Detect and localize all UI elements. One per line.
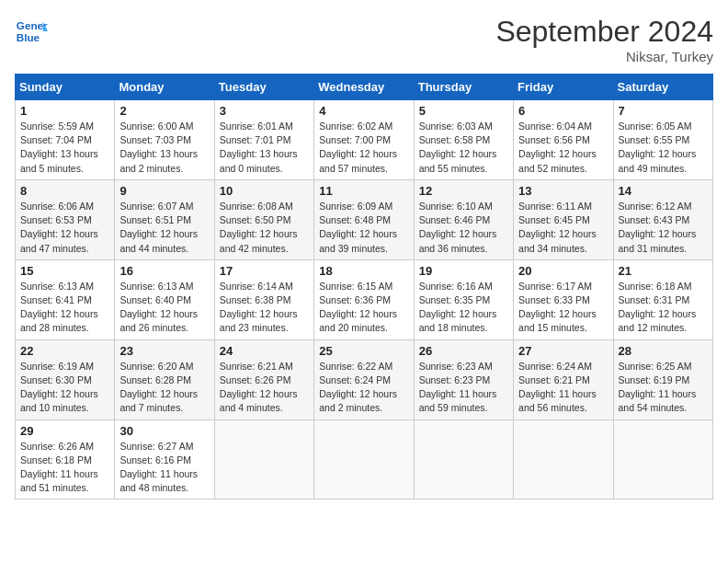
page-header: General Blue September 2024 Niksar, Turk… — [15, 15, 713, 64]
calendar-cell — [514, 419, 613, 500]
day-info: Sunrise: 6:19 AM Sunset: 6:30 PM Dayligh… — [20, 360, 109, 416]
day-number: 12 — [419, 184, 508, 198]
calendar-cell: 9Sunrise: 6:07 AM Sunset: 6:51 PM Daylig… — [115, 179, 214, 259]
day-info: Sunrise: 6:02 AM Sunset: 7:00 PM Dayligh… — [319, 120, 408, 176]
calendar-body: 1Sunrise: 5:59 AM Sunset: 7:04 PM Daylig… — [16, 100, 713, 500]
calendar-cell: 15Sunrise: 6:13 AM Sunset: 6:41 PM Dayli… — [16, 259, 115, 339]
logo-icon: General Blue — [15, 15, 48, 48]
day-info: Sunrise: 6:04 AM Sunset: 6:56 PM Dayligh… — [518, 120, 608, 176]
day-info: Sunrise: 6:11 AM Sunset: 6:45 PM Dayligh… — [518, 200, 608, 256]
calendar-cell: 11Sunrise: 6:09 AM Sunset: 6:48 PM Dayli… — [314, 179, 414, 259]
calendar-week-3: 15Sunrise: 6:13 AM Sunset: 6:41 PM Dayli… — [16, 259, 713, 339]
day-number: 6 — [518, 104, 608, 118]
day-info: Sunrise: 6:01 AM Sunset: 7:01 PM Dayligh… — [220, 120, 309, 176]
day-number: 21 — [619, 264, 708, 278]
calendar-cell: 21Sunrise: 6:18 AM Sunset: 6:31 PM Dayli… — [613, 259, 712, 339]
weekday-monday: Monday — [115, 75, 214, 100]
day-number: 26 — [419, 344, 508, 358]
day-info: Sunrise: 6:13 AM Sunset: 6:41 PM Dayligh… — [20, 280, 109, 336]
day-number: 10 — [220, 184, 309, 198]
calendar-cell: 17Sunrise: 6:14 AM Sunset: 6:38 PM Dayli… — [214, 259, 313, 339]
calendar-cell: 19Sunrise: 6:16 AM Sunset: 6:35 PM Dayli… — [414, 259, 513, 339]
weekday-header-row: SundayMondayTuesdayWednesdayThursdayFrid… — [16, 75, 713, 100]
day-number: 22 — [20, 344, 109, 358]
day-info: Sunrise: 6:21 AM Sunset: 6:26 PM Dayligh… — [220, 360, 309, 416]
calendar-cell: 22Sunrise: 6:19 AM Sunset: 6:30 PM Dayli… — [16, 339, 115, 419]
day-number: 19 — [419, 264, 508, 278]
day-info: Sunrise: 6:23 AM Sunset: 6:23 PM Dayligh… — [419, 360, 508, 416]
calendar-cell: 26Sunrise: 6:23 AM Sunset: 6:23 PM Dayli… — [414, 339, 513, 419]
calendar-cell: 13Sunrise: 6:11 AM Sunset: 6:45 PM Dayli… — [514, 179, 613, 259]
day-info: Sunrise: 6:07 AM Sunset: 6:51 PM Dayligh… — [119, 200, 209, 256]
calendar-cell: 6Sunrise: 6:04 AM Sunset: 6:56 PM Daylig… — [514, 100, 613, 180]
day-info: Sunrise: 6:26 AM Sunset: 6:18 PM Dayligh… — [20, 440, 109, 496]
calendar-cell: 4Sunrise: 6:02 AM Sunset: 7:00 PM Daylig… — [314, 100, 414, 180]
day-number: 5 — [419, 104, 508, 118]
calendar-cell: 2Sunrise: 6:00 AM Sunset: 7:03 PM Daylig… — [115, 100, 214, 180]
day-number: 25 — [319, 344, 408, 358]
day-info: Sunrise: 6:09 AM Sunset: 6:48 PM Dayligh… — [319, 200, 408, 256]
logo: General Blue — [15, 15, 48, 48]
calendar-cell — [613, 419, 712, 500]
calendar-cell: 3Sunrise: 6:01 AM Sunset: 7:01 PM Daylig… — [214, 100, 313, 180]
day-number: 7 — [619, 104, 708, 118]
calendar-cell: 29Sunrise: 6:26 AM Sunset: 6:18 PM Dayli… — [16, 419, 115, 500]
calendar-week-5: 29Sunrise: 6:26 AM Sunset: 6:18 PM Dayli… — [16, 419, 713, 500]
calendar-table: SundayMondayTuesdayWednesdayThursdayFrid… — [15, 74, 713, 500]
day-info: Sunrise: 5:59 AM Sunset: 7:04 PM Dayligh… — [20, 120, 109, 176]
day-number: 13 — [518, 184, 608, 198]
day-info: Sunrise: 6:16 AM Sunset: 6:35 PM Dayligh… — [419, 280, 508, 336]
calendar-cell: 25Sunrise: 6:22 AM Sunset: 6:24 PM Dayli… — [314, 339, 414, 419]
location-label: Niksar, Turkey — [495, 49, 713, 64]
weekday-thursday: Thursday — [414, 75, 513, 100]
day-info: Sunrise: 6:22 AM Sunset: 6:24 PM Dayligh… — [319, 360, 408, 416]
calendar-cell: 16Sunrise: 6:13 AM Sunset: 6:40 PM Dayli… — [115, 259, 214, 339]
day-number: 9 — [119, 184, 209, 198]
calendar-cell — [214, 419, 313, 500]
day-info: Sunrise: 6:25 AM Sunset: 6:19 PM Dayligh… — [619, 360, 708, 416]
day-info: Sunrise: 6:05 AM Sunset: 6:55 PM Dayligh… — [619, 120, 708, 176]
month-title: September 2024 — [495, 15, 713, 49]
day-number: 30 — [119, 424, 209, 438]
day-info: Sunrise: 6:20 AM Sunset: 6:28 PM Dayligh… — [119, 360, 209, 416]
weekday-friday: Friday — [514, 75, 613, 100]
day-number: 28 — [619, 344, 708, 358]
day-number: 29 — [20, 424, 109, 438]
day-info: Sunrise: 6:17 AM Sunset: 6:33 PM Dayligh… — [518, 280, 608, 336]
calendar-cell: 23Sunrise: 6:20 AM Sunset: 6:28 PM Dayli… — [115, 339, 214, 419]
calendar-week-4: 22Sunrise: 6:19 AM Sunset: 6:30 PM Dayli… — [16, 339, 713, 419]
calendar-cell: 27Sunrise: 6:24 AM Sunset: 6:21 PM Dayli… — [514, 339, 613, 419]
calendar-cell: 24Sunrise: 6:21 AM Sunset: 6:26 PM Dayli… — [214, 339, 313, 419]
calendar-cell: 7Sunrise: 6:05 AM Sunset: 6:55 PM Daylig… — [613, 100, 712, 180]
calendar-cell: 14Sunrise: 6:12 AM Sunset: 6:43 PM Dayli… — [613, 179, 712, 259]
calendar-cell: 30Sunrise: 6:27 AM Sunset: 6:16 PM Dayli… — [115, 419, 214, 500]
day-number: 11 — [319, 184, 408, 198]
day-number: 17 — [220, 264, 309, 278]
day-info: Sunrise: 6:10 AM Sunset: 6:46 PM Dayligh… — [419, 200, 508, 256]
weekday-tuesday: Tuesday — [214, 75, 313, 100]
calendar-cell: 20Sunrise: 6:17 AM Sunset: 6:33 PM Dayli… — [514, 259, 613, 339]
calendar-week-1: 1Sunrise: 5:59 AM Sunset: 7:04 PM Daylig… — [16, 100, 713, 180]
day-number: 24 — [220, 344, 309, 358]
day-info: Sunrise: 6:03 AM Sunset: 6:58 PM Dayligh… — [419, 120, 508, 176]
day-info: Sunrise: 6:00 AM Sunset: 7:03 PM Dayligh… — [119, 120, 209, 176]
calendar-cell: 5Sunrise: 6:03 AM Sunset: 6:58 PM Daylig… — [414, 100, 513, 180]
calendar-cell — [314, 419, 414, 500]
day-info: Sunrise: 6:15 AM Sunset: 6:36 PM Dayligh… — [319, 280, 408, 336]
calendar-cell: 18Sunrise: 6:15 AM Sunset: 6:36 PM Dayli… — [314, 259, 414, 339]
day-info: Sunrise: 6:08 AM Sunset: 6:50 PM Dayligh… — [220, 200, 309, 256]
day-number: 20 — [518, 264, 608, 278]
day-number: 14 — [619, 184, 708, 198]
calendar-cell: 8Sunrise: 6:06 AM Sunset: 6:53 PM Daylig… — [16, 179, 115, 259]
day-number: 23 — [119, 344, 209, 358]
day-number: 4 — [319, 104, 408, 118]
day-info: Sunrise: 6:12 AM Sunset: 6:43 PM Dayligh… — [619, 200, 708, 256]
day-number: 27 — [518, 344, 608, 358]
day-number: 8 — [20, 184, 109, 198]
calendar-cell: 28Sunrise: 6:25 AM Sunset: 6:19 PM Dayli… — [613, 339, 712, 419]
day-info: Sunrise: 6:14 AM Sunset: 6:38 PM Dayligh… — [220, 280, 309, 336]
calendar-cell: 1Sunrise: 5:59 AM Sunset: 7:04 PM Daylig… — [16, 100, 115, 180]
day-number: 18 — [319, 264, 408, 278]
title-block: September 2024 Niksar, Turkey — [495, 15, 713, 64]
day-number: 15 — [20, 264, 109, 278]
